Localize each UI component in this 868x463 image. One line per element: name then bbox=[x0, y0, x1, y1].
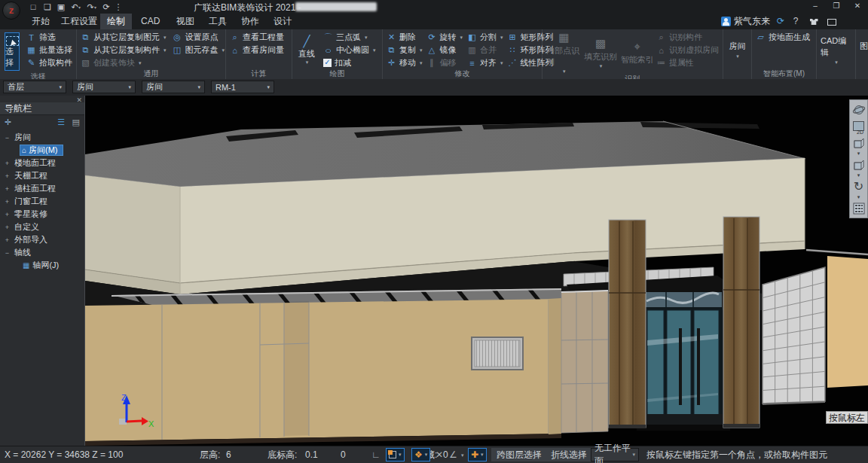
quickbar-more-icon[interactable]: ⋮ bbox=[112, 2, 124, 12]
merge-button[interactable]: ▥合并 bbox=[467, 44, 503, 56]
object-snap-3d-button[interactable]: ❖ ▾ bbox=[411, 448, 430, 461]
workplane-select[interactable]: 无工作平面 ▾ bbox=[591, 448, 639, 461]
undo-caret-icon[interactable]: ▾ bbox=[78, 5, 81, 10]
deduct-checkbox[interactable]: ✓扣减 bbox=[323, 56, 376, 69]
recognize-component-button[interactable]: ⌕识别构件 bbox=[656, 31, 719, 44]
tree-node-ceiling-works[interactable]: +天棚工程 bbox=[0, 169, 84, 182]
copy-components-from-layer-button[interactable]: ⧉从其它层复制构件▾ bbox=[81, 44, 167, 56]
save-icon[interactable]: ▣ bbox=[55, 2, 67, 12]
mirror-button[interactable]: △镜像 bbox=[427, 44, 463, 56]
open-file-icon[interactable]: ❏ bbox=[41, 2, 53, 12]
cross-layer-select-button[interactable]: 跨图层选择 bbox=[491, 448, 547, 461]
model-viewport[interactable]: Z X 2D ▾ ▾ bbox=[85, 96, 868, 446]
theme-icon[interactable] bbox=[808, 16, 820, 27]
help-icon[interactable]: ? bbox=[790, 16, 802, 27]
select-button[interactable]: 选择 bbox=[5, 32, 20, 71]
set-origin-button[interactable]: ◎设置原点 bbox=[173, 31, 225, 44]
view-room-quantities-button[interactable]: ⌂查看房间量 bbox=[230, 44, 284, 56]
base-elevation-value[interactable]: 0.1 bbox=[305, 446, 318, 463]
panel-view-icon[interactable]: ▤ bbox=[72, 117, 80, 127]
three-point-arc-button[interactable]: ⌒三点弧▾ bbox=[323, 31, 376, 44]
rotate-view-button[interactable]: ↻ bbox=[851, 178, 866, 194]
save-element-button[interactable]: ◫图元存盘▾ bbox=[173, 44, 225, 56]
batch-select-button[interactable]: ▦批量选择 bbox=[26, 44, 72, 56]
view-3d-button[interactable] bbox=[851, 135, 866, 151]
angle-value[interactable]: 0 bbox=[341, 446, 346, 463]
user-chip[interactable]: 紫气东来 bbox=[721, 16, 770, 27]
app-logo-icon[interactable]: z bbox=[2, 2, 20, 20]
view-quantities-button[interactable]: ⌕查看工程量 bbox=[230, 31, 284, 44]
tree-node-external-import[interactable]: +外部导入 bbox=[0, 233, 84, 246]
tab-draw[interactable]: 绘制 bbox=[100, 14, 132, 29]
list-view-icon[interactable]: ☰ bbox=[57, 117, 65, 127]
selected-tree-item[interactable]: ⌂房间(M) bbox=[20, 145, 63, 156]
copy-elements-from-layer-button[interactable]: ⧉从其它层复制图元▾ bbox=[81, 31, 167, 44]
tree-node-door-window-works[interactable]: +门窗工程 bbox=[0, 195, 84, 208]
copy-button[interactable]: ⧉复制▾ bbox=[387, 44, 423, 56]
tab-collaborate[interactable]: 协作 bbox=[234, 14, 266, 29]
split-button[interactable]: ◧分割▾ bbox=[467, 31, 503, 44]
minimize-button[interactable]: – bbox=[805, 0, 826, 12]
ortho-icon[interactable]: ∟ bbox=[371, 446, 381, 463]
offset-button[interactable]: ∥偏移 bbox=[427, 56, 463, 69]
tab-view[interactable]: 视图 bbox=[170, 14, 201, 29]
inner-point-recognize-button[interactable]: ▦ 内部点识别▾ bbox=[546, 31, 582, 75]
tree-node-room-m[interactable]: ⌂房间(M) bbox=[0, 144, 84, 157]
sync-icon[interactable]: ⟳ bbox=[100, 2, 112, 12]
fill-recognize-button[interactable]: ▩ 填充识别▾ bbox=[583, 31, 619, 75]
tab-start[interactable]: 开始 bbox=[25, 14, 57, 29]
crosshair-icon[interactable]: ✕ bbox=[436, 446, 443, 463]
category-select[interactable]: 房间▾ bbox=[72, 81, 136, 93]
screen-icon[interactable] bbox=[826, 16, 838, 27]
snap-toggle-button[interactable]: ▾ bbox=[386, 448, 405, 461]
orbit-button[interactable] bbox=[851, 102, 866, 117]
tree-node-axis[interactable]: −轴线 bbox=[0, 246, 84, 259]
generate-by-floor-button[interactable]: ▱按地面生成 bbox=[756, 31, 810, 44]
tab-tools[interactable]: 工具 bbox=[202, 14, 234, 29]
view-iso-button[interactable] bbox=[851, 157, 866, 172]
new-file-icon[interactable]: □ bbox=[27, 2, 39, 12]
polar-tracking-button[interactable]: ✚ ▾ bbox=[468, 448, 487, 461]
layer-manage-button[interactable]: 图层管理▾ bbox=[860, 31, 868, 69]
chevron-down-icon[interactable]: ▾ bbox=[857, 195, 860, 200]
hidden-value[interactable]: 0 bbox=[443, 446, 448, 463]
tab-cad[interactable]: CAD bbox=[134, 14, 167, 29]
tree-node-floor-works[interactable]: +楼地面工程 bbox=[0, 157, 84, 169]
extract-properties-button[interactable]: ≔提属性 bbox=[656, 56, 719, 69]
tab-design[interactable]: 设计 bbox=[267, 14, 298, 29]
rotate-button[interactable]: ⟳旋转▾ bbox=[427, 31, 463, 44]
tree-node-room[interactable]: −房间 bbox=[0, 131, 84, 144]
line-button[interactable]: ╱ 直线▾ bbox=[296, 31, 317, 69]
floor-height-value[interactable]: 6 bbox=[226, 446, 231, 463]
type-select[interactable]: 房间▾ bbox=[142, 81, 205, 93]
delete-button[interactable]: ✕删除 bbox=[387, 31, 423, 44]
create-deco-block-button[interactable]: ▧创建装饰块▾ bbox=[81, 56, 167, 69]
tree-node-axis-grid[interactable]: ▦轴网(J) bbox=[0, 259, 84, 272]
angle-snap-icon[interactable]: ∠ bbox=[449, 446, 457, 463]
polyline-select-button[interactable]: 折线选择 bbox=[546, 448, 592, 461]
element-select[interactable]: RM-1▾ bbox=[211, 81, 274, 93]
tree-node-custom[interactable]: +自定义 bbox=[0, 221, 84, 233]
redo-caret-icon[interactable]: ▾ bbox=[94, 5, 96, 10]
floor-select[interactable]: 首层▾ bbox=[3, 81, 66, 93]
tab-project-settings[interactable]: 工程设置 bbox=[54, 14, 104, 29]
refresh-icon[interactable]: ⟳ bbox=[775, 16, 787, 27]
move-button[interactable]: ✛移动▾ bbox=[387, 56, 423, 69]
maximize-button[interactable]: ❐ bbox=[826, 0, 847, 12]
chevron-down-icon[interactable]: ▾ bbox=[857, 173, 860, 178]
filter-button[interactable]: T筛选 bbox=[26, 31, 72, 44]
recognize-virtual-room-button[interactable]: ⌂识别虚拟房间 bbox=[656, 44, 719, 56]
smart-index-button[interactable]: ⌖ 智能索引 bbox=[619, 31, 655, 75]
align-button[interactable]: ≡对齐▾ bbox=[467, 56, 503, 69]
nav-move-icon[interactable]: ✛ bbox=[5, 117, 11, 127]
close-button[interactable]: ✕ bbox=[847, 0, 868, 12]
pick-component-button[interactable]: ✎拾取构件 bbox=[26, 56, 72, 69]
chevron-down-icon[interactable]: ▾ bbox=[857, 151, 860, 156]
room-button[interactable]: 房间▾ bbox=[727, 31, 747, 69]
cad-edit-button[interactable]: CAD编辑▾ bbox=[821, 31, 851, 69]
tree-node-misc-decoration[interactable]: +零星装修 bbox=[0, 208, 84, 221]
keypad-button[interactable] bbox=[851, 200, 866, 216]
center-ellipse-button[interactable]: ○中心椭圆▾ bbox=[323, 44, 376, 56]
view-2d-button[interactable]: 2D bbox=[851, 118, 866, 134]
chevron-down-icon[interactable]: ▾ bbox=[461, 447, 464, 463]
